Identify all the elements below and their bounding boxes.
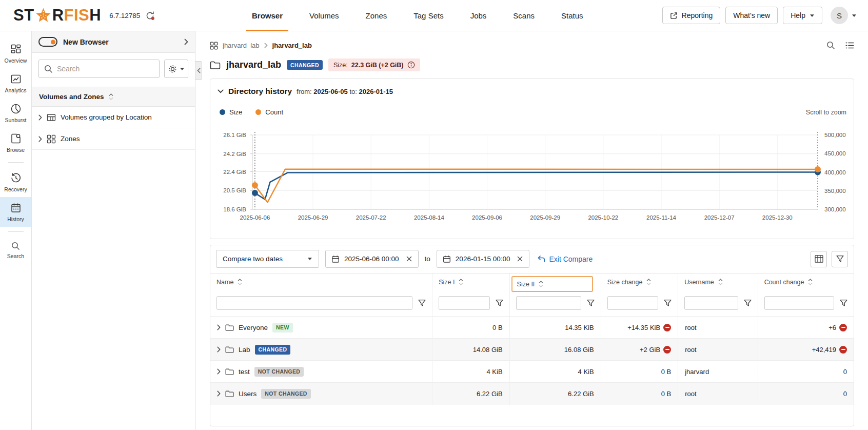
rail-item-label: Recovery	[4, 186, 27, 192]
size-change-wrap: 0 B	[661, 368, 672, 376]
column-sort-size2[interactable]: Size II	[511, 276, 593, 292]
compare-date-from[interactable]: 2025-06-06 00:00	[325, 250, 419, 268]
row-name: Everyone	[239, 324, 268, 331]
compare-mode-select[interactable]: Compare two dates	[216, 250, 319, 268]
history-chart[interactable]: 26.1 GiB24.2 GiB22.4 GiB20.5 GiB18.6 GiB…	[218, 119, 846, 222]
breadcrumb: jharvard_lab jharvard_lab	[210, 41, 854, 50]
filter-funnel-icon[interactable]	[418, 299, 426, 307]
sidebar-item-recovery[interactable]: Recovery	[0, 167, 31, 197]
compare-table-card: Compare two dates 2025-06-06 00:00 to 20…	[210, 245, 854, 426]
legend-label: Count	[265, 108, 283, 116]
legend-item-size[interactable]: Size	[220, 108, 242, 116]
column-sort-count_change[interactable]: Count change	[764, 278, 847, 286]
starfish-logo[interactable]: ST R FIS H	[13, 6, 101, 25]
filter-funnel-icon[interactable]	[664, 299, 672, 307]
whats-new-label: What's new	[733, 11, 770, 19]
expand-chevron-icon[interactable]	[217, 368, 221, 375]
rail-item-label: Sunburst	[5, 117, 26, 123]
table-row-test[interactable]: testNOT CHANGED4 KiB4 KiB0 Bjharvard0	[210, 361, 854, 383]
panel-search-box[interactable]	[38, 60, 160, 78]
expand-chevron-icon[interactable]	[217, 346, 221, 353]
filter-icon	[836, 255, 844, 263]
cell-name: LabCHANGED	[210, 339, 432, 361]
filter-funnel-icon[interactable]	[840, 299, 847, 307]
tab-status[interactable]: Status	[556, 0, 589, 31]
legend-dot	[220, 109, 225, 115]
clear-date-icon[interactable]	[406, 256, 412, 262]
size-value: 22.3 GiB (+2 GiB)	[351, 62, 404, 69]
chevron-right-icon[interactable]	[38, 114, 42, 121]
avatar[interactable]: S	[831, 7, 848, 24]
filter-input-username[interactable]	[684, 296, 738, 310]
sidebar-item-search[interactable]: Search	[0, 237, 31, 264]
filter-input-size1[interactable]	[439, 296, 489, 310]
svg-text:2025-06-29: 2025-06-29	[298, 214, 328, 221]
table-row-lab[interactable]: LabCHANGED14.08 GiB16.08 GiB+2 GiBroot+4…	[210, 339, 854, 361]
cell-username: root	[678, 317, 758, 339]
filter-funnel-icon[interactable]	[496, 299, 503, 307]
panel-search-input[interactable]	[57, 65, 154, 73]
tab-volumes[interactable]: Volumes	[304, 0, 345, 31]
column-sort-username[interactable]: Username	[684, 278, 751, 286]
scroll-to-zoom-hint: Scroll to zoom	[806, 109, 846, 116]
refresh-update-icon[interactable]	[145, 11, 155, 21]
info-icon[interactable]	[407, 61, 415, 69]
panel-settings-button[interactable]	[164, 60, 188, 78]
column-settings-button[interactable]	[811, 251, 827, 267]
sidebar-item-sunburst[interactable]: Sunburst	[0, 98, 31, 128]
search-icon[interactable]	[826, 41, 835, 50]
table-filter-button[interactable]	[832, 251, 848, 267]
tab-jobs[interactable]: Jobs	[465, 0, 492, 31]
tree-header[interactable]: Volumes and Zones	[32, 87, 195, 107]
filter-input-size2[interactable]	[516, 296, 581, 310]
cell-size2: 14.35 KiB	[509, 317, 601, 339]
sidebar-item-overview[interactable]: Overview	[0, 38, 31, 68]
expand-chevron-icon[interactable]	[217, 390, 221, 397]
help-button[interactable]: Help	[783, 7, 822, 24]
filter-input-name[interactable]	[216, 296, 412, 310]
expand-chevron-icon[interactable]	[217, 324, 221, 330]
tab-tag-sets[interactable]: Tag Sets	[408, 0, 449, 31]
filter-funnel-icon[interactable]	[587, 299, 595, 307]
sidebar-item-browse[interactable]: Browse	[0, 128, 31, 158]
user-menu[interactable]: S	[831, 7, 857, 24]
column-header-name: Name	[210, 273, 432, 294]
tab-browser[interactable]: Browser	[246, 0, 288, 31]
caret-down-icon	[307, 257, 312, 261]
sidebar-item-analytics[interactable]: Analytics	[0, 68, 31, 98]
filter-input-size_change[interactable]	[607, 296, 658, 310]
chevron-right-icon[interactable]	[38, 136, 42, 142]
clear-date-icon[interactable]	[517, 256, 523, 262]
column-sort-size1[interactable]: Size I	[439, 278, 503, 286]
tab-scans[interactable]: Scans	[507, 0, 540, 31]
new-browser-toggle[interactable]	[38, 37, 57, 47]
tree-item-zones[interactable]: Zones	[32, 128, 195, 150]
compare-date-to[interactable]: 2026-01-15 00:00	[437, 250, 530, 268]
whats-new-button[interactable]: What's new	[725, 7, 778, 24]
svg-text:22.4 GiB: 22.4 GiB	[223, 169, 246, 175]
reporting-button[interactable]: Reporting	[662, 7, 721, 24]
tab-zones[interactable]: Zones	[360, 0, 393, 31]
legend-item-count[interactable]: Count	[255, 108, 283, 116]
size-change-wrap: +2 GiB	[640, 346, 671, 354]
filter-input-count_change[interactable]	[764, 296, 834, 310]
chevron-right-icon[interactable]	[184, 38, 188, 45]
svg-text:300,000: 300,000	[824, 206, 846, 212]
sidebar-item-history[interactable]: History	[0, 197, 31, 227]
table-row-users[interactable]: UsersNOT CHANGED6.22 GiB6.22 GiB0 Broot0	[210, 383, 854, 405]
tree-item-volumes-grouped-by-location[interactable]: Volumes grouped by Location	[32, 107, 195, 128]
column-sort-name[interactable]: Name	[216, 278, 426, 286]
rail-item-label: Search	[7, 253, 24, 259]
svg-text:2025-08-14: 2025-08-14	[414, 214, 444, 221]
directory-history-header[interactable]: Directory history from: 2025-06-05 to: 2…	[218, 86, 846, 97]
legend-label: Size	[229, 108, 242, 116]
chevron-down-expand-icon[interactable]	[218, 89, 224, 93]
table-row-everyone[interactable]: EveryoneNEW0 B14.35 KiB+14.35 KiBroot+6	[210, 317, 854, 339]
panel-collapse-handle[interactable]	[195, 61, 202, 80]
breadcrumb-root[interactable]: jharvard_lab	[223, 42, 260, 49]
cell-username: root	[678, 339, 758, 361]
exit-compare-link[interactable]: Exit Compare	[538, 255, 593, 263]
column-sort-size_change[interactable]: Size change	[607, 278, 672, 286]
list-view-icon[interactable]	[845, 42, 854, 49]
filter-funnel-icon[interactable]	[744, 299, 752, 307]
